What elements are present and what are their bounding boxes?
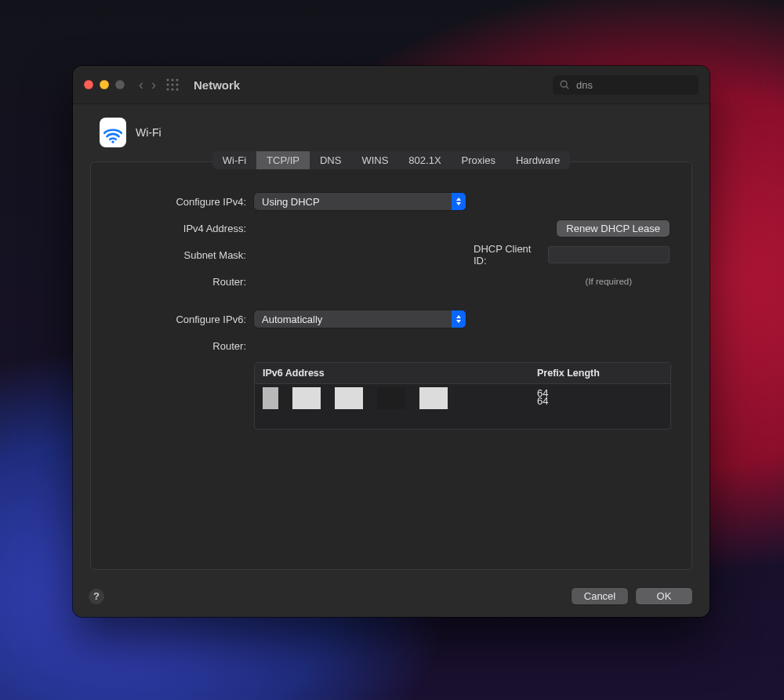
ipv4-address-label: IPv4 Address: (113, 223, 246, 234)
tab-hardware[interactable]: Hardware (506, 151, 570, 169)
svg-point-11 (111, 140, 114, 143)
network-preferences-window: ‹ › Network ✕ (73, 66, 710, 617)
tab-8021x[interactable]: 802.1X (398, 151, 451, 169)
configure-ipv4-label: Configure IPv4: (113, 196, 246, 208)
window-title: Network (194, 78, 240, 92)
connection-header: Wi-Fi (73, 103, 710, 155)
svg-point-9 (561, 81, 567, 87)
settings-panel: Wi-Fi TCP/IP DNS WINS 802.1X Proxies Har… (90, 161, 692, 570)
search-input[interactable] (575, 78, 710, 92)
subnet-mask-label: Subnet Mask: (113, 249, 246, 261)
traffic-lights (84, 80, 125, 89)
ok-button[interactable]: OK (636, 588, 692, 604)
if-required-hint: (If required) (586, 277, 632, 286)
close-window-button[interactable] (84, 80, 93, 89)
wifi-icon (100, 118, 126, 147)
show-all-icon[interactable] (165, 78, 180, 92)
router-v4-label: Router: (113, 276, 246, 288)
renew-dhcp-button[interactable]: Renew DHCP Lease (557, 220, 670, 237)
svg-line-10 (566, 86, 568, 89)
ipv6-address-column-header: IPv6 Address (263, 368, 537, 379)
prefix-length-cell: 64 (537, 395, 662, 407)
select-stepper-icon (452, 193, 466, 210)
back-button[interactable]: ‹ (139, 78, 143, 92)
cancel-button[interactable]: Cancel (572, 588, 628, 604)
dhcp-client-id-input[interactable] (548, 246, 670, 263)
svg-point-5 (176, 83, 178, 85)
svg-point-4 (171, 83, 173, 85)
svg-point-7 (171, 88, 173, 90)
search-field[interactable]: ✕ (553, 75, 699, 95)
tab-wifi[interactable]: Wi-Fi (212, 151, 256, 169)
tab-dns[interactable]: DNS (310, 151, 351, 169)
svg-point-3 (166, 83, 169, 85)
svg-point-6 (166, 88, 169, 90)
ipv6-address-table: IPv6 Address Prefix Length 64 64 (254, 362, 671, 430)
svg-point-0 (166, 78, 169, 81)
dhcp-client-id-label: DHCP Client ID: (474, 243, 540, 267)
nav-back-forward: ‹ › (139, 78, 156, 92)
search-icon (559, 79, 570, 90)
connection-name: Wi-Fi (136, 126, 162, 139)
dialog-footer: ? Cancel OK (89, 588, 692, 604)
configure-ipv6-select[interactable]: Automatically (254, 310, 466, 328)
tab-bar: Wi-Fi TCP/IP DNS WINS 802.1X Proxies Har… (91, 151, 691, 169)
svg-point-1 (171, 78, 173, 81)
zoom-window-button[interactable] (115, 80, 125, 89)
minimize-window-button[interactable] (100, 80, 109, 89)
select-stepper-icon (452, 310, 466, 328)
configure-ipv4-select[interactable]: Using DHCP (254, 193, 466, 210)
tab-proxies[interactable]: Proxies (452, 151, 506, 169)
svg-point-8 (176, 88, 178, 90)
help-button[interactable]: ? (89, 589, 104, 604)
forward-button[interactable]: › (151, 78, 156, 92)
titlebar: ‹ › Network ✕ (73, 66, 710, 104)
configure-ipv4-value: Using DHCP (262, 196, 320, 208)
router-v6-label: Router: (113, 340, 246, 352)
tab-wins[interactable]: WINS (351, 151, 398, 169)
svg-point-2 (176, 78, 178, 81)
tab-tcpip[interactable]: TCP/IP (256, 151, 310, 169)
configure-ipv6-value: Automatically (262, 314, 322, 325)
prefix-length-column-header: Prefix Length (537, 368, 662, 379)
configure-ipv6-label: Configure IPv6: (113, 314, 246, 325)
